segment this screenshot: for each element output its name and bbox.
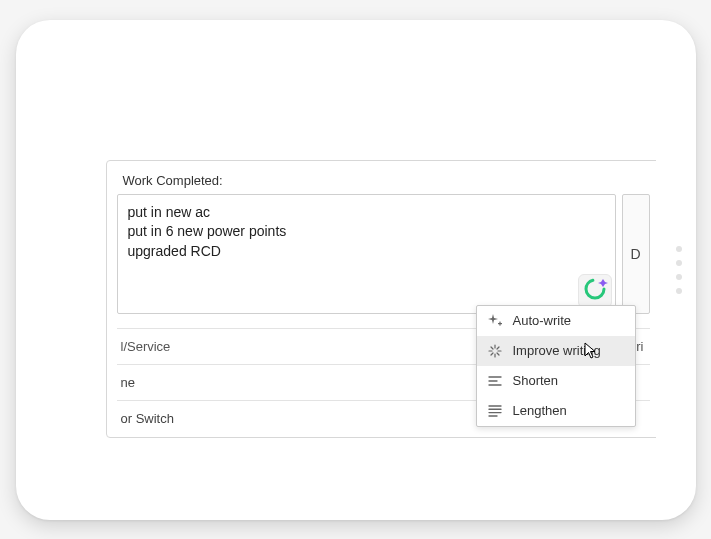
work-completed-label: Work Completed: [117,171,650,188]
work-completed-field-wrap: put in new ac put in 6 new power points … [117,194,650,314]
svg-line-12 [491,353,493,355]
svg-line-10 [497,353,499,355]
menu-item-label: Improve writing [513,343,601,358]
svg-line-11 [497,347,499,349]
svg-line-9 [491,347,493,349]
work-completed-textarea[interactable]: put in new ac put in 6 new power points … [117,194,616,314]
menu-item-label: Auto-write [513,313,572,328]
svg-marker-1 [598,279,608,287]
menu-item-label: Lengthen [513,403,567,418]
sparkle-plus-icon [487,313,503,329]
tablet-screen: Work Completed: put in new ac put in 6 n… [36,40,656,500]
ai-menu-improve-writing[interactable]: Improve writing [477,336,635,366]
burst-icon [487,343,503,359]
ai-menu-shorten[interactable]: Shorten [477,366,635,396]
ai-assist-menu: Auto-write Improve writing Shorten [476,305,636,427]
work-completed-panel: Work Completed: put in new ac put in 6 n… [106,160,656,438]
ai-menu-lengthen[interactable]: Lengthen [477,396,635,426]
tablet-side-buttons [676,246,682,294]
menu-item-label: Shorten [513,373,559,388]
ai-menu-auto-write[interactable]: Auto-write [477,306,635,336]
lengthen-lines-icon [487,403,503,419]
shorten-lines-icon [487,373,503,389]
svg-rect-4 [499,321,500,325]
svg-marker-2 [488,314,498,324]
side-button[interactable]: D [622,194,650,314]
ai-assist-button[interactable] [578,274,612,308]
tablet-device-frame: Work Completed: put in new ac put in 6 n… [16,20,696,520]
ai-spark-icon [582,276,608,306]
